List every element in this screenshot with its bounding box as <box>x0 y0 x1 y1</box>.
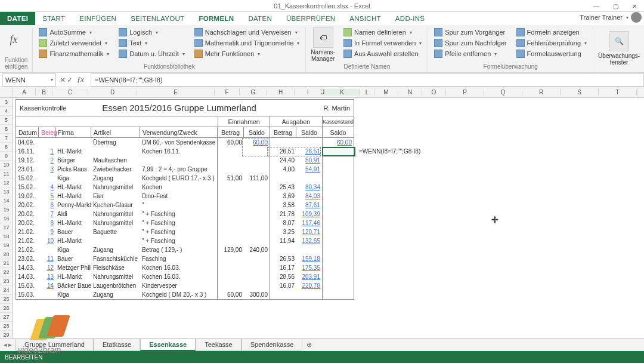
table-row[interactable]: 21.02.10HL-Markt" + Fasching11,94132,65 <box>16 236 354 245</box>
table-row[interactable]: 21.02.KigaZugangBetrag ( 129,- )129,0024… <box>16 245 354 254</box>
row-header[interactable]: 27 <box>0 313 13 322</box>
row-header[interactable]: 15 <box>0 205 13 214</box>
col-header-H[interactable]: H <box>267 89 295 96</box>
add-sheet-button[interactable]: ⊕ <box>302 341 315 349</box>
row-header[interactable]: 7 <box>0 134 13 143</box>
col-header-D[interactable]: D <box>88 89 137 96</box>
col-header-G[interactable]: G <box>240 89 267 96</box>
minimize-button[interactable]: — <box>587 0 606 12</box>
btn-math[interactable]: Mathematik und Trigonometrie▾ <box>193 38 301 48</box>
row-header[interactable]: 23 <box>0 277 13 286</box>
active-cell[interactable] <box>322 147 355 156</box>
row-header[interactable]: 10 <box>0 161 13 170</box>
col-header-E[interactable]: E <box>137 89 215 96</box>
col-header-B[interactable]: B <box>36 89 52 96</box>
table-row[interactable]: 04.09.ÜbertragDM 60,- von Spendenkasse60… <box>16 138 354 147</box>
row-header[interactable]: 13 <box>0 187 13 196</box>
table-row[interactable]: 19.02.5HL-MarktEierDino-Fest3,6984,03 <box>16 192 354 201</box>
tab-insert[interactable]: EINFÜGEN <box>72 12 123 25</box>
col-header-O[interactable]: O <box>422 89 446 96</box>
tab-addins[interactable]: ADD-INS <box>388 12 432 25</box>
tab-view[interactable]: ANSICHT <box>342 12 388 25</box>
col-header-N[interactable]: N <box>398 89 422 96</box>
tab-file[interactable]: DATEI <box>0 12 35 25</box>
row-header[interactable]: 18 <box>0 232 13 241</box>
btn-error-check[interactable]: Fehlerüberprüfung▾ <box>515 38 589 48</box>
btn-lookup[interactable]: Nachschlagen und Verweisen▾ <box>193 27 301 37</box>
btn-name-manager[interactable]: Namens-Manager <box>311 49 335 62</box>
row-header[interactable]: 24 <box>0 286 13 295</box>
btn-use-in-formula[interactable]: In Formel verwenden▾ <box>342 38 423 48</box>
row-header[interactable]: 17 <box>0 223 13 232</box>
col-header-M[interactable]: M <box>374 89 398 96</box>
tab-nav-first[interactable]: ◂ <box>4 341 7 349</box>
btn-datetime[interactable]: Datum u. Uhrzeit▾ <box>117 49 186 59</box>
btn-eval-formula[interactable]: Formelauswertung <box>515 49 589 59</box>
btn-create-from-sel[interactable]: Aus Auswahl erstellen <box>342 49 423 59</box>
col-header-P[interactable]: P <box>446 89 484 96</box>
col-header-S[interactable]: S <box>561 89 599 96</box>
name-manager-icon[interactable]: 🏷 <box>313 27 333 48</box>
table-row[interactable]: 20.02.6Penny-MarktKuchen-Glasur"3,5887,6… <box>16 201 354 210</box>
col-header-I[interactable]: I <box>295 89 322 96</box>
col-header-K[interactable]: K <box>324 89 360 96</box>
table-row[interactable]: 19.12.2BürgerMaultaschen24,4050,91 <box>16 156 354 165</box>
row-header[interactable]: 21 <box>0 259 13 268</box>
table-row[interactable]: 20.02.8HL-MarktNahrungsmittel" + Faschin… <box>16 219 354 227</box>
col-header-Q[interactable]: Q <box>484 89 522 96</box>
worksheet[interactable]: 3456789101112131415161718192021222324252… <box>0 98 644 361</box>
row-header[interactable]: 25 <box>0 295 13 304</box>
tab-start[interactable]: START <box>35 12 72 25</box>
btn-trace-dependents[interactable]: Spur zum Nachfolger <box>433 38 507 48</box>
maximize-button[interactable]: ▢ <box>606 0 625 12</box>
table-row[interactable]: 23.02.11BauerFasnachtsküchleFasching26,5… <box>16 254 354 263</box>
table-row[interactable]: 20.02.7AldiNahrungsmittel" + Fasching21,… <box>16 210 354 219</box>
cancel-icon[interactable]: ✕ <box>60 76 66 84</box>
table-row[interactable]: 14.03.13HL-MarktNahrungsmittelKochen 16.… <box>16 272 354 281</box>
sheet-tab[interactable]: Teekasse <box>196 339 241 351</box>
table-row[interactable]: 15.02.KigaZugangKochgeld ( EURO 17,- x 3… <box>16 174 354 183</box>
row-header[interactable]: 22 <box>0 268 13 277</box>
tab-formulas[interactable]: FORMELN <box>191 12 241 25</box>
row-header[interactable]: 3 <box>0 98 13 107</box>
btn-remove-arrows[interactable]: Pfeile entfernen▾ <box>433 49 507 59</box>
row-header[interactable]: 5 <box>0 116 13 125</box>
row-header[interactable]: 4 <box>0 107 13 116</box>
btn-define-name[interactable]: Namen definieren▾ <box>342 27 423 37</box>
row-header[interactable]: 14 <box>0 196 13 205</box>
table-row[interactable]: 21.02.9BauerBaguette" + Fasching3,25120,… <box>16 227 354 236</box>
fx-icon[interactable]: fx <box>5 27 23 51</box>
confirm-icon[interactable]: ✓ <box>67 76 73 84</box>
btn-watch-window[interactable]: Überwachungs-fenster <box>598 53 640 66</box>
close-button[interactable]: ✕ <box>625 0 644 12</box>
col-header-T[interactable]: T <box>599 89 637 96</box>
btn-logical[interactable]: Logisch▾ <box>117 27 186 37</box>
btn-show-formulas[interactable]: Formeln anzeigen <box>515 27 589 37</box>
row-header[interactable]: 19 <box>0 241 13 250</box>
name-box[interactable]: WENN▾ <box>2 73 56 87</box>
row-header[interactable]: 16 <box>0 214 13 223</box>
table-row[interactable]: 15.03.KigaZugangKochgeld ( DM 20,- x 3 )… <box>16 290 354 299</box>
col-header-L[interactable]: L <box>360 89 374 96</box>
tab-data[interactable]: DATEN <box>241 12 279 25</box>
btn-financial[interactable]: Finanzmathematik▾ <box>38 49 110 59</box>
table-row[interactable]: 23.01.3Picks RausZwiebelhacker7,99 : 2 =… <box>16 165 354 174</box>
col-header-A[interactable]: A <box>13 89 36 96</box>
col-header-C[interactable]: C <box>52 89 88 96</box>
btn-recent[interactable]: Zuletzt verwendet▾ <box>38 38 110 48</box>
tab-pagelayout[interactable]: SEITENLAYOUT <box>123 12 191 25</box>
row-header[interactable]: 8 <box>0 143 13 152</box>
table-row[interactable]: 14.03.12Metzger Philip.FleischkäseKochen… <box>16 263 354 272</box>
row-header[interactable]: 28 <box>0 322 13 331</box>
row-header[interactable]: 26 <box>0 304 13 313</box>
tab-review[interactable]: ÜBERPRÜFEN <box>279 12 342 25</box>
formula-input[interactable]: =WENN(I8=I7;"";G8-I8) <box>91 73 644 87</box>
btn-text[interactable]: Text▾ <box>117 38 186 48</box>
watch-window-icon[interactable]: 🔍 <box>609 31 629 51</box>
row-header[interactable]: 11 <box>0 170 13 179</box>
btn-autosum[interactable]: AutoSumme▾ <box>38 27 110 37</box>
row-header[interactable]: 12 <box>0 179 13 187</box>
row-header[interactable]: 20 <box>0 250 13 259</box>
col-header-F[interactable]: F <box>215 89 240 96</box>
btn-trace-precedents[interactable]: Spur zum Vorgänger <box>433 27 507 37</box>
